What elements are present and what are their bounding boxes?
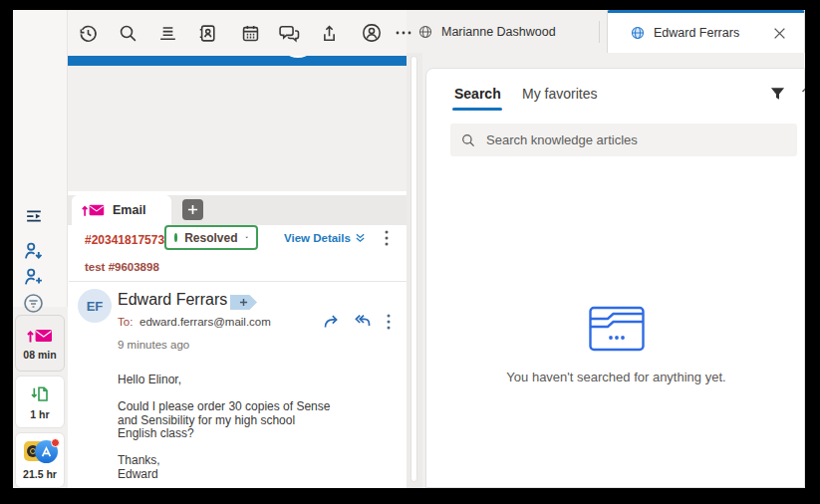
session-card-apps[interactable]: 21.5 hr	[15, 432, 65, 488]
document-down-icon	[30, 384, 50, 404]
calendar-icon	[240, 23, 261, 44]
email-app-tab[interactable]: Email	[72, 195, 171, 225]
empty-state-text: You haven't searched for anything yet.	[426, 370, 805, 384]
search-icon	[460, 132, 476, 148]
person-arrow-down-icon	[22, 240, 45, 263]
add-customer-button[interactable]	[21, 265, 45, 289]
forward-arrow-icon	[323, 313, 342, 330]
session-overview-button[interactable]	[22, 204, 46, 228]
tab-divider	[599, 21, 600, 43]
kebab-menu-icon	[387, 314, 391, 330]
status-label: Resolved	[184, 231, 237, 245]
tab-my-favorites-label: My favorites	[522, 86, 597, 102]
globe-icon	[417, 24, 433, 40]
session-timer: 1 hr	[30, 408, 49, 420]
sort-ascending-button[interactable]	[797, 82, 805, 106]
filter-funnel-icon	[769, 86, 786, 102]
address-book-icon	[197, 23, 218, 44]
search-input[interactable]	[484, 131, 787, 148]
queue-list-button[interactable]	[155, 21, 179, 45]
divider	[69, 281, 407, 282]
view-details-label: View Details	[284, 232, 351, 244]
scrollbar-thumb[interactable]	[410, 56, 417, 482]
double-chevron-down-icon	[355, 233, 366, 243]
reply-all-button[interactable]	[350, 309, 374, 333]
contacts-button[interactable]	[195, 21, 219, 45]
share-button[interactable]	[317, 21, 341, 45]
history-clock-icon	[78, 23, 99, 44]
folder-icon	[588, 305, 646, 353]
screenshot-frame: Home Inbox Customer Summary Marianne Das…	[0, 0, 820, 504]
knowledge-search-field[interactable]	[450, 124, 797, 156]
person-add-icon	[22, 266, 45, 289]
close-tab-button[interactable]	[768, 22, 790, 44]
chat-bubbles-icon	[278, 23, 301, 44]
plus-icon	[187, 204, 198, 215]
knowledge-search-card: Search My favorites You haven't	[425, 68, 805, 488]
app-window: Home Inbox Customer Summary Marianne Das…	[13, 10, 805, 488]
tab-label: Edward Ferrars	[654, 26, 760, 40]
session-timer: 21.5 hr	[23, 468, 57, 480]
case-status-dropdown[interactable]: Resolved	[164, 225, 258, 250]
app-icons-cluster	[22, 440, 58, 464]
calendar-button[interactable]	[238, 21, 262, 45]
email-body: Hello Elinor, Could I please order 30 co…	[118, 374, 367, 481]
session-toolbar	[13, 10, 407, 56]
filter-circle-icon	[22, 292, 45, 315]
session-card-transfer[interactable]: 1 hr	[15, 376, 65, 428]
tab-search-label: Search	[454, 86, 501, 102]
tab-marianne-dashwood[interactable]: Marianne Dashwood	[404, 10, 570, 53]
list-play-icon	[24, 206, 45, 227]
search-icon	[118, 23, 138, 44]
empty-state-illustration	[588, 305, 646, 353]
session-card-email[interactable]: 08 min	[15, 315, 65, 372]
chevron-down-icon	[245, 234, 249, 241]
case-subject: test #9603898	[85, 261, 159, 273]
session-timer: 08 min	[23, 349, 56, 361]
more-tools-button[interactable]	[392, 21, 415, 45]
email-up-icon	[82, 202, 106, 218]
to-label: To:	[118, 316, 133, 328]
conversations-button[interactable]	[277, 21, 301, 45]
search-button[interactable]	[116, 21, 139, 45]
tab-edward-ferrars-active[interactable]: Edward Ferrars	[607, 10, 805, 53]
plus-icon	[239, 298, 248, 307]
share-icon	[319, 23, 340, 44]
arrow-up-icon	[800, 85, 805, 103]
status-dot	[174, 233, 177, 242]
email-up-icon	[27, 327, 54, 345]
more-ellipsis-icon	[395, 24, 412, 42]
filter-button[interactable]	[765, 82, 789, 106]
globe-icon	[630, 25, 646, 41]
notification-dot	[51, 438, 60, 447]
add-tab-button[interactable]	[182, 199, 203, 220]
filter-sessions-button[interactable]	[21, 291, 45, 315]
profile-button[interactable]	[360, 21, 384, 45]
history-button[interactable]	[76, 21, 100, 45]
app-store-icon	[35, 440, 58, 463]
email-timestamp: 9 minutes ago	[118, 339, 189, 351]
sender-name: Edward Ferrars	[118, 291, 227, 309]
person-circle-icon	[361, 22, 383, 44]
active-tab-underline	[452, 108, 502, 111]
customer-pull-button[interactable]	[21, 239, 45, 263]
sender-avatar: EF	[78, 289, 112, 323]
reply-all-arrow-icon	[352, 313, 372, 330]
sender-initials: EF	[87, 299, 104, 314]
email-more-button[interactable]	[378, 311, 400, 333]
email-tab-label: Email	[113, 203, 145, 217]
tab-label: Marianne Dashwood	[441, 25, 556, 39]
kebab-menu-icon	[385, 230, 389, 246]
to-address: edward.ferrars@mail.com	[139, 316, 271, 328]
close-icon	[773, 27, 786, 40]
tab-search[interactable]: Search	[454, 86, 501, 102]
list-icon	[157, 23, 178, 44]
tab-my-favorites[interactable]: My favorites	[522, 86, 597, 102]
case-more-button[interactable]	[376, 227, 398, 249]
view-details-link[interactable]: View Details	[284, 232, 366, 244]
forward-button[interactable]	[320, 309, 344, 333]
